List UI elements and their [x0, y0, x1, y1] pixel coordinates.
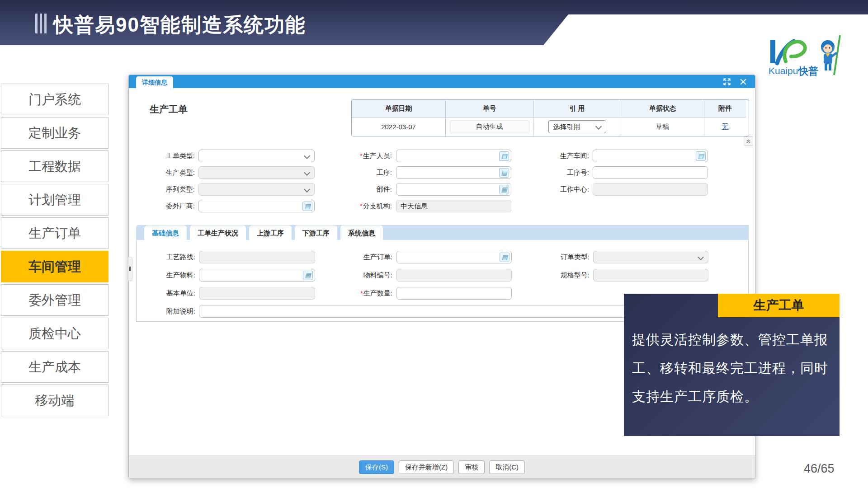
- page-title: 生产工单: [150, 103, 188, 116]
- doc-col-attachment: 附件: [704, 100, 746, 117]
- lookup-icon[interactable]: ▤: [696, 151, 706, 161]
- base-unit-input: [199, 287, 315, 300]
- tab-basic-info[interactable]: 基础信息: [144, 225, 187, 240]
- title-bars-icon: [35, 14, 47, 33]
- panel-collapse-handle[interactable]: [128, 257, 132, 281]
- field-label-process-route: 工艺路线:: [141, 251, 195, 263]
- collapse-header-button[interactable]: [744, 136, 753, 145]
- cancel-button[interactable]: 取消(C): [489, 460, 525, 474]
- field-label-production-type: 生产类型:: [138, 166, 195, 179]
- doc-col-date: 单据日期: [352, 100, 445, 117]
- sidebar-item-workshop-management[interactable]: 车间管理: [1, 251, 108, 282]
- field-label-production-personnel: *生产人员:: [328, 150, 392, 162]
- lookup-icon[interactable]: ▤: [499, 168, 509, 178]
- outsource-vendor-input[interactable]: ▤: [198, 200, 315, 212]
- doc-number-cell: 自动生成: [445, 117, 533, 136]
- work-center-input: [593, 183, 708, 196]
- doc-reference-cell: 选择引用: [533, 117, 621, 136]
- field-label-material-number: 物料编号:: [326, 269, 392, 282]
- field-label-component: 部件:: [328, 183, 392, 196]
- field-label-order-type: 订单类型:: [525, 251, 590, 263]
- save-and-new-button[interactable]: 保存并新增(Z): [399, 460, 454, 474]
- tab-system-info[interactable]: 系统信息: [340, 225, 383, 240]
- lookup-icon[interactable]: ▤: [303, 271, 313, 280]
- doc-info-table: 单据日期 单号 引 用 单据状态 附件 2022-03-07 自动生成 选择引用…: [351, 99, 749, 136]
- chevron-down-icon: [698, 254, 704, 260]
- production-type-select: [198, 166, 315, 179]
- svg-text:快普: 快普: [797, 66, 818, 77]
- sidebar-item-custom-business[interactable]: 定制业务: [1, 117, 108, 149]
- field-label-production-workshop: 生产车间:: [522, 150, 589, 162]
- process-input[interactable]: ▤: [396, 166, 511, 179]
- lookup-icon[interactable]: ▤: [302, 202, 312, 211]
- field-label-outsource-vendor: 委外厂商:: [138, 200, 195, 212]
- callout-description: 提供灵活控制参数、管控工单报工、移转和最终完工进程，同时支持生产工序质检。: [632, 325, 834, 411]
- save-button[interactable]: 保存(S): [359, 460, 394, 474]
- field-label-branch: *分支机构:: [328, 200, 392, 212]
- doc-col-number: 单号: [445, 100, 533, 117]
- sidebar-item-portal[interactable]: 门户系统: [1, 84, 108, 115]
- chevron-down-icon: [304, 153, 310, 159]
- page-number: 46/65: [804, 462, 835, 476]
- tab-downstream-process[interactable]: 下游工序: [295, 225, 337, 240]
- component-input[interactable]: ▤: [396, 183, 511, 196]
- sidebar-item-production-cost[interactable]: 生产成本: [1, 351, 108, 383]
- field-label-sequence-type: 序列类型:: [138, 183, 195, 196]
- production-material-input[interactable]: ▤: [199, 269, 315, 282]
- doc-date-value: 2022-03-07: [352, 117, 445, 136]
- doc-col-reference: 引 用: [533, 100, 621, 117]
- attachment-link[interactable]: 无: [722, 122, 729, 131]
- tab-upstream-process[interactable]: 上游工序: [249, 225, 292, 240]
- slide-header-banner: 快普易90智能制造系统功能: [0, 0, 868, 45]
- sidebar-item-outsourcing-management[interactable]: 委外管理: [1, 284, 108, 316]
- slide-title: 快普易90智能制造系统功能: [53, 12, 306, 38]
- work-order-type-select[interactable]: [198, 150, 315, 162]
- kuaipu-logo: Kuaipu 快普: [768, 34, 848, 78]
- field-label-additional-notes: 附加说明:: [141, 305, 195, 318]
- chevron-down-icon: [304, 186, 310, 192]
- sidebar-item-mobile[interactable]: 移动端: [1, 385, 108, 416]
- sidebar-item-plan-management[interactable]: 计划管理: [1, 184, 108, 216]
- chevron-down-icon: [595, 123, 601, 130]
- logo-text-latin: Kuaipu: [769, 66, 798, 76]
- sidebar-item-production-order[interactable]: 生产订单: [1, 217, 108, 249]
- production-personnel-input[interactable]: ▤: [396, 150, 511, 162]
- field-label-base-unit: 基本单位:: [141, 287, 195, 300]
- lookup-icon[interactable]: ▤: [499, 151, 509, 161]
- field-label-spec-model: 规格型号:: [525, 269, 590, 282]
- field-label-process-number: 工序号:: [522, 166, 589, 179]
- field-label-process: 工序:: [328, 166, 392, 179]
- process-route-input: [199, 251, 315, 263]
- doc-col-status: 单据状态: [621, 100, 704, 117]
- production-workshop-input[interactable]: ▤: [593, 150, 708, 162]
- audit-button[interactable]: 审核: [458, 460, 485, 474]
- maximize-icon[interactable]: [722, 77, 731, 86]
- field-label-production-material: 生产物料:: [141, 269, 195, 282]
- field-label-work-center: 工作中心:: [522, 183, 589, 196]
- feature-callout: 生产工单 提供灵活控制参数、管控工单报工、移转和最终完工进程，同时支持生产工序质…: [624, 294, 840, 436]
- tab-detail-info[interactable]: 详细信息: [136, 76, 173, 88]
- lookup-icon[interactable]: ▤: [499, 185, 509, 194]
- sidebar-item-engineering-data[interactable]: 工程数据: [1, 150, 108, 182]
- reference-select[interactable]: 选择引用: [548, 120, 606, 133]
- callout-title: 生产工单: [718, 294, 840, 317]
- production-quantity-input[interactable]: [396, 287, 512, 300]
- field-label-production-order: 生产订单:: [326, 251, 392, 263]
- doc-number-field: 自动生成: [450, 120, 529, 133]
- production-order-input[interactable]: ▤: [396, 251, 512, 263]
- dialog-footer: 保存(S) 保存并新增(Z) 审核 取消(C): [129, 455, 755, 479]
- field-label-work-order-type: 工单类型:: [138, 150, 195, 162]
- doc-attachment-cell: 无: [704, 117, 746, 136]
- dialog-titlebar: 详细信息: [129, 75, 755, 88]
- branch-input: 中天信息: [396, 200, 511, 212]
- sidebar-item-quality-center[interactable]: 质检中心: [1, 318, 108, 349]
- tab-production-status[interactable]: 工单生产状况: [190, 225, 246, 240]
- close-icon[interactable]: [739, 77, 748, 86]
- doc-status-value: 草稿: [621, 117, 704, 136]
- field-label-production-quantity: *生产数量:: [326, 287, 392, 300]
- chevron-down-icon: [304, 169, 310, 176]
- spec-model-input: [593, 269, 708, 282]
- process-number-input[interactable]: [593, 166, 708, 179]
- lookup-icon[interactable]: ▤: [500, 253, 509, 262]
- logo-text-cn: 快普: [797, 66, 818, 77]
